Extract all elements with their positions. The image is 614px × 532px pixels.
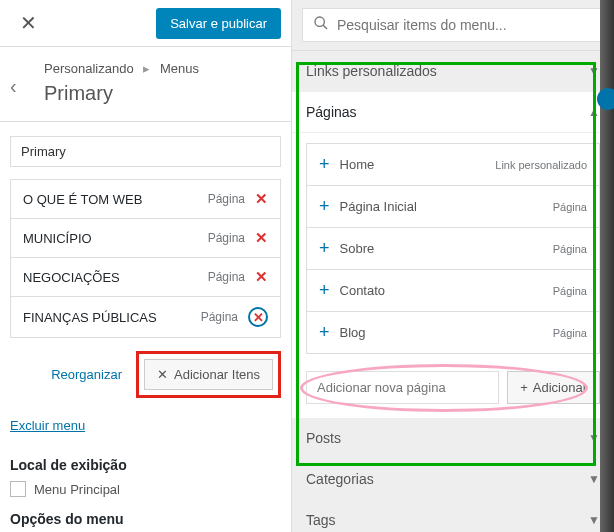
page-type: Página xyxy=(553,243,587,255)
available-page-row[interactable]: +Página Inicial Página xyxy=(306,185,600,228)
accordion-header-links[interactable]: Links personalizados ▼ xyxy=(292,51,614,92)
accordion-title: Posts xyxy=(306,430,341,446)
plus-icon: + xyxy=(520,380,528,395)
accordion-title: Páginas xyxy=(306,104,357,120)
page-type: Página xyxy=(553,285,587,297)
plus-icon: + xyxy=(319,322,330,343)
reorganize-link[interactable]: Reorganizar xyxy=(51,367,122,382)
menu-item[interactable]: O QUE É TOM WEB Página ✕ xyxy=(10,179,281,219)
plus-icon: + xyxy=(319,280,330,301)
plus-icon: + xyxy=(319,196,330,217)
search-wrap xyxy=(292,0,614,50)
accordion-header-posts[interactable]: Posts ▼ xyxy=(292,418,614,459)
svg-line-1 xyxy=(323,25,327,29)
menu-name-input[interactable] xyxy=(10,136,281,167)
accordion-title: Tags xyxy=(306,512,336,528)
menu-item-title: MUNICÍPIO xyxy=(23,231,92,246)
search-input[interactable] xyxy=(337,17,593,33)
save-publish-button[interactable]: Salvar e publicar xyxy=(156,8,281,39)
chevron-down-icon: ▼ xyxy=(588,472,600,486)
available-items-panel: Links personalizados ▼ Páginas ▲ +Home L… xyxy=(292,0,614,532)
page-title: Sobre xyxy=(340,241,375,256)
accordion-header-categories[interactable]: Categorias ▼ xyxy=(292,459,614,500)
breadcrumb-area: ‹ Personalizando ▸ Menus Primary xyxy=(0,47,291,122)
remove-item-icon[interactable]: ✕ xyxy=(255,268,268,286)
menu-item-type: Página xyxy=(208,231,245,245)
plus-icon: + xyxy=(319,238,330,259)
add-new-label: Adicionar xyxy=(533,380,587,395)
available-page-row[interactable]: +Sobre Página xyxy=(306,227,600,270)
accordion-header-pages[interactable]: Páginas ▲ xyxy=(292,92,614,133)
display-location-option[interactable]: Menu Principal xyxy=(10,481,281,497)
menu-item-title: O QUE É TOM WEB xyxy=(23,192,142,207)
checkbox-label: Menu Principal xyxy=(34,482,120,497)
add-items-label: Adicionar Itens xyxy=(174,367,260,382)
preview-edge xyxy=(600,0,614,532)
available-page-row[interactable]: +Home Link personalizado xyxy=(306,143,600,186)
close-icon[interactable]: ✕ xyxy=(10,5,46,41)
page-title: Blog xyxy=(340,325,366,340)
delete-menu-link[interactable]: Excluir menu xyxy=(10,418,85,433)
page-title: Home xyxy=(340,157,375,172)
menu-item[interactable]: MUNICÍPIO Página ✕ xyxy=(10,218,281,258)
breadcrumb-section[interactable]: Menus xyxy=(160,61,199,76)
menu-item[interactable]: NEGOCIAÇÕES Página ✕ xyxy=(10,257,281,297)
checkbox[interactable] xyxy=(10,481,26,497)
highlight-red-box: ✕ Adicionar Itens xyxy=(136,351,281,398)
page-title: Contato xyxy=(340,283,386,298)
menu-item-type: Página xyxy=(201,310,238,324)
available-page-row[interactable]: +Blog Página xyxy=(306,311,600,354)
menu-items-list: O QUE É TOM WEB Página ✕ MUNICÍPIO Págin… xyxy=(10,179,281,338)
menu-item-type: Página xyxy=(208,192,245,206)
topbar: ✕ Salvar e publicar xyxy=(0,0,291,47)
back-chevron-icon[interactable]: ‹ xyxy=(10,75,17,98)
chevron-down-icon: ▼ xyxy=(588,64,600,78)
display-location-heading: Local de exibição xyxy=(10,457,281,473)
remove-item-icon[interactable]: ✕ xyxy=(248,307,268,327)
customizer-left-panel: ✕ Salvar e publicar ‹ Personalizando ▸ M… xyxy=(0,0,292,532)
page-type: Página xyxy=(553,327,587,339)
add-new-page-input[interactable] xyxy=(306,371,499,404)
chevron-down-icon: ▼ xyxy=(588,513,600,527)
menu-item-type: Página xyxy=(208,270,245,284)
search-box[interactable] xyxy=(302,8,604,42)
breadcrumb-root: Personalizando xyxy=(44,61,134,76)
accordion: Links personalizados ▼ Páginas ▲ +Home L… xyxy=(292,50,614,532)
reorganize-row: Reorganizar ✕ Adicionar Itens xyxy=(10,351,281,398)
page-type: Página xyxy=(553,201,587,213)
menu-item[interactable]: FINANÇAS PÚBLICAS Página ✕ xyxy=(10,296,281,338)
accordion-body-pages: +Home Link personalizado +Página Inicial… xyxy=(292,133,614,418)
search-icon xyxy=(313,15,329,35)
add-items-button[interactable]: ✕ Adicionar Itens xyxy=(144,359,273,390)
breadcrumb-separator: ▸ xyxy=(143,61,150,76)
page-type: Link personalizado xyxy=(495,159,587,171)
close-icon: ✕ xyxy=(157,367,168,382)
accordion-title: Links personalizados xyxy=(306,63,437,79)
breadcrumb: Personalizando ▸ Menus xyxy=(44,61,275,76)
accordion-header-tags[interactable]: Tags ▼ xyxy=(292,500,614,532)
chevron-down-icon: ▼ xyxy=(588,431,600,445)
remove-item-icon[interactable]: ✕ xyxy=(255,229,268,247)
add-new-page-button[interactable]: + Adicionar xyxy=(507,371,600,404)
available-page-row[interactable]: +Contato Página xyxy=(306,269,600,312)
page-title: Primary xyxy=(44,82,275,105)
menu-item-title: NEGOCIAÇÕES xyxy=(23,270,120,285)
menu-options-heading: Opções do menu xyxy=(10,511,281,527)
plus-icon: + xyxy=(319,154,330,175)
edit-shortcut-icon[interactable] xyxy=(597,88,614,110)
menu-item-title: FINANÇAS PÚBLICAS xyxy=(23,310,157,325)
chevron-up-icon: ▲ xyxy=(588,105,600,119)
page-title: Página Inicial xyxy=(340,199,417,214)
remove-item-icon[interactable]: ✕ xyxy=(255,190,268,208)
add-new-page-row: + Adicionar xyxy=(306,371,600,404)
accordion-title: Categorias xyxy=(306,471,374,487)
svg-point-0 xyxy=(315,17,324,26)
